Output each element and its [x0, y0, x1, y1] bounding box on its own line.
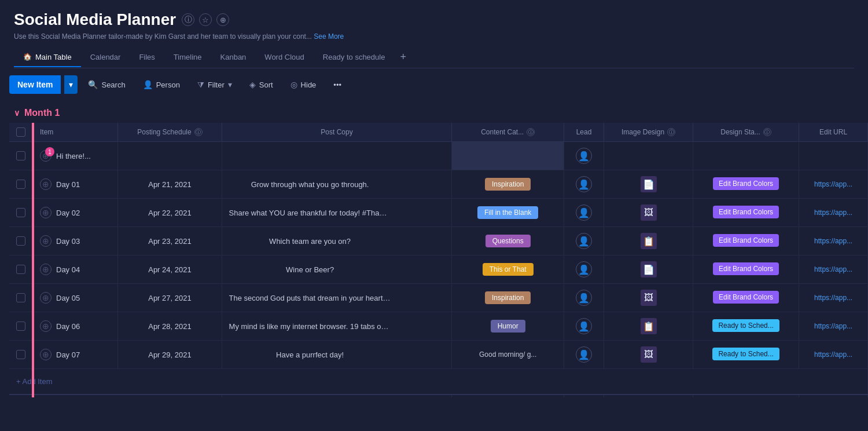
add-sub-icon-hi-there[interactable]: ⊕1 [40, 150, 52, 162]
select-all-checkbox[interactable] [16, 127, 25, 137]
tab-timeline[interactable]: Timeline [164, 48, 211, 67]
new-item-button[interactable]: New Item [9, 75, 61, 94]
star-icon[interactable]: ☆ [199, 13, 212, 26]
edit-url-link-day-06[interactable]: https://app... [806, 322, 860, 330]
content-cat-day-03: Questions [452, 227, 564, 255]
item-name-day-07[interactable]: Day 07 [56, 350, 80, 359]
design-status-info[interactable]: ⓘ [763, 128, 771, 136]
edit-url-day-02: https://app... [799, 199, 868, 227]
col-item-header: Item [33, 123, 118, 142]
add-sub-icon-day-06[interactable]: ⊕ [40, 320, 52, 332]
design-status-badge-day-01[interactable]: Edit Brand Colors [713, 177, 779, 190]
img-thumb-day-05[interactable]: 🖼 [641, 290, 657, 306]
table-row: ⊕Day 04Apr 24, 2021Wine or Beer?This or … [9, 255, 868, 284]
row-checkbox-day-07[interactable] [16, 350, 25, 359]
toolbar: New Item ▾ 🔍 Search 👤 Person ⧩ Filter ▾ … [0, 68, 868, 101]
tab-add[interactable]: + [394, 46, 412, 68]
post-copy-day-01: Grow through what you go through. [222, 170, 452, 199]
row-checkbox-day-01[interactable] [16, 180, 25, 189]
info-icon[interactable]: ⓘ [182, 13, 194, 26]
row-checkbox-day-06[interactable] [16, 322, 25, 331]
edit-url-link-day-05[interactable]: https://app... [806, 294, 860, 302]
item-name-day-02[interactable]: Day 02 [56, 209, 80, 217]
item-name-day-01[interactable]: Day 01 [56, 180, 80, 189]
sort-button[interactable]: ◈ Sort [242, 76, 280, 93]
row-checkbox-day-04[interactable] [16, 265, 25, 274]
tab-kanban[interactable]: Kanban [211, 48, 256, 67]
add-sub-icon-day-04[interactable]: ⊕ [40, 264, 52, 275]
tab-files[interactable]: Files [130, 48, 164, 67]
img-thumb-day-03[interactable]: 📋 [641, 233, 657, 249]
more-button[interactable]: ••• [326, 76, 348, 93]
post-copy-day-07: Have a purrfect day! [222, 341, 452, 369]
add-item-cell[interactable]: + Add Item [9, 369, 868, 395]
content-cat-badge-day-03: Questions [486, 235, 531, 247]
img-thumb-day-07[interactable]: 🖼 [641, 346, 657, 363]
design-status-badge-day-05[interactable]: Edit Brand Colors [713, 291, 779, 304]
item-name-day-05[interactable]: Day 05 [56, 294, 80, 302]
image-design-day-07: 🖼 [604, 341, 693, 369]
content-cat-day-02: Fill in the Blank [452, 199, 564, 227]
hide-button[interactable]: ◎ Hide [284, 76, 323, 93]
add-sub-icon-day-05[interactable]: ⊕ [40, 292, 52, 304]
tab-calendar[interactable]: Calendar [81, 48, 130, 67]
table-wrapper[interactable]: Item Posting Schedule ⓘ Post Copy [9, 123, 868, 397]
edit-url-hi-there [799, 142, 868, 170]
col-checkbox[interactable] [9, 123, 33, 142]
design-status-badge-day-06[interactable]: Ready to Sched... [712, 319, 779, 332]
row-checkbox-day-05[interactable] [16, 293, 25, 302]
edit-url-link-day-03[interactable]: https://app... [806, 237, 860, 245]
footer-row: Apr 21, '21 - Apr 29, '21👤 [9, 395, 868, 398]
design-status-badge-day-02[interactable]: Edit Brand Colors [713, 206, 779, 218]
add-sub-icon-day-02[interactable]: ⊕ [40, 207, 52, 218]
person-button[interactable]: 👤 Person [136, 76, 187, 93]
edit-url-link-day-02[interactable]: https://app... [806, 209, 860, 217]
content-cat-day-05: Inspiration [452, 284, 564, 312]
posting-schedule-info[interactable]: ⓘ [194, 128, 203, 136]
edit-url-link-day-04[interactable]: https://app... [806, 265, 860, 273]
tabs: 🏠Main TableCalendarFilesTimelineKanbanWo… [14, 46, 854, 68]
img-thumb-day-06[interactable]: 📋 [641, 318, 657, 334]
new-item-caret[interactable]: ▾ [64, 75, 78, 94]
image-design-day-01: 📄 [604, 170, 693, 199]
row-checkbox-hi-there[interactable] [16, 151, 25, 160]
search-button[interactable]: 🔍 Search [81, 76, 132, 93]
img-thumb-day-04[interactable]: 📄 [641, 261, 657, 277]
design-status-badge-day-07[interactable]: Ready to Sched... [712, 348, 779, 360]
content-cat-info[interactable]: ⓘ [527, 128, 535, 136]
add-sub-icon-day-07[interactable]: ⊕ [40, 349, 52, 360]
row-checkbox-day-03[interactable] [16, 236, 25, 246]
content-cat-badge-day-02: Fill in the Blank [477, 206, 538, 219]
lead-day-03: 👤 [564, 227, 604, 255]
add-sub-icon-day-01[interactable]: ⊕ [40, 178, 52, 190]
item-name-day-04[interactable]: Day 04 [56, 265, 80, 274]
add-board-icon[interactable]: ⊕ [216, 13, 229, 26]
tab-ready-to-schedule[interactable]: Ready to schedule [314, 48, 395, 67]
footer-date-range: Apr 21, '21 - Apr 29, '21 [33, 395, 222, 398]
image-design-info[interactable]: ⓘ [667, 128, 675, 136]
tab-word-cloud[interactable]: Word Cloud [255, 48, 313, 67]
edit-url-day-03: https://app... [799, 227, 868, 255]
footer-design-status [693, 395, 799, 398]
img-thumb-day-02[interactable]: 🖼 [641, 204, 657, 221]
month-chevron[interactable]: ∨ [14, 108, 20, 118]
post-copy-day-05: The second God puts that dream in your h… [222, 284, 452, 312]
add-item-row[interactable]: + Add Item [9, 369, 868, 395]
add-sub-icon-day-03[interactable]: ⊕ [40, 235, 52, 247]
tab-main-table[interactable]: 🏠Main Table [14, 48, 81, 67]
edit-url-link-day-01[interactable]: https://app... [806, 180, 860, 188]
files-tab-label: Files [139, 53, 155, 61]
img-thumb-day-01[interactable]: 📄 [641, 176, 657, 192]
person-icon-day-07: 👤 [576, 346, 592, 363]
row-checkbox-day-02[interactable] [16, 208, 25, 217]
person-icon-day-01: 👤 [576, 176, 592, 192]
edit-url-link-day-07[interactable]: https://app... [806, 350, 860, 359]
design-status-badge-day-04[interactable]: Edit Brand Colors [713, 262, 779, 275]
filter-button[interactable]: ⧩ Filter ▾ [190, 76, 239, 94]
item-name-day-06[interactable]: Day 06 [56, 322, 80, 331]
content-cat-day-06: Humor [452, 312, 564, 341]
design-status-badge-day-03[interactable]: Edit Brand Colors [713, 234, 779, 247]
item-name-hi-there[interactable]: Hi there!... [56, 152, 91, 160]
item-name-day-03[interactable]: Day 03 [56, 237, 80, 246]
see-more-link[interactable]: See More [314, 32, 344, 41]
